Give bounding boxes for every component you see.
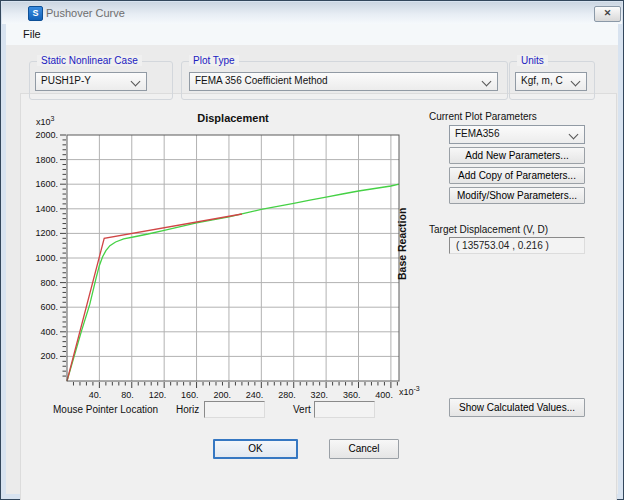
svg-text:200.: 200.: [213, 390, 231, 400]
ok-button[interactable]: OK: [213, 439, 298, 459]
svg-text:1200.: 1200.: [35, 228, 58, 238]
units-label: Units: [517, 55, 548, 66]
static-nonlinear-case-label: Static Nonlinear Case: [37, 55, 142, 66]
static-nonlinear-case-select[interactable]: PUSH1P-Y: [35, 72, 147, 91]
svg-text:400.: 400.: [375, 390, 393, 400]
horiz-label: Horiz: [176, 404, 199, 415]
target-displacement-value-field: ( 135753.04 , 0.216 ): [449, 237, 585, 254]
vert-label: Vert: [293, 404, 311, 415]
current-plot-parameters-select[interactable]: FEMA356: [449, 125, 585, 144]
cancel-button[interactable]: Cancel: [329, 439, 399, 459]
svg-text:2000.: 2000.: [35, 130, 58, 140]
target-displacement-label: Target Displacement (V, D): [429, 224, 548, 235]
svg-text:240.: 240.: [246, 390, 264, 400]
svg-text:120.: 120.: [149, 390, 167, 400]
svg-text:600.: 600.: [40, 302, 58, 312]
static-nonlinear-case-value: PUSH1P-Y: [41, 75, 91, 86]
vert-readout-field: [314, 401, 375, 418]
horiz-readout-field: [204, 401, 265, 418]
pushover-chart-plot[interactable]: 40.80.120.160.200.240.280.320.360.400.20…: [31, 111, 431, 403]
pushover-curve-dialog: S Pushover Curve ✕ File Static Nonlinear…: [0, 0, 624, 500]
current-plot-parameters-label: Current Plot Parameters: [429, 111, 537, 122]
plot-type-label: Plot Type: [189, 55, 239, 66]
svg-text:400.: 400.: [40, 327, 58, 337]
svg-text:1400.: 1400.: [35, 204, 58, 214]
x-axis-multiplier: x10-3: [399, 385, 420, 397]
chevron-down-icon: [571, 77, 581, 87]
current-plot-parameters-value: FEMA356: [455, 128, 499, 139]
svg-text:40.: 40.: [89, 390, 102, 400]
chevron-down-icon: [569, 130, 579, 140]
units-value: Kgf, m, C: [521, 75, 563, 86]
svg-text:1800.: 1800.: [35, 155, 58, 165]
plot-type-value: FEMA 356 Coefficient Method: [195, 75, 328, 86]
svg-text:800.: 800.: [40, 278, 58, 288]
show-calculated-values-button[interactable]: Show Calculated Values...: [449, 398, 585, 417]
chevron-down-icon: [482, 77, 492, 87]
add-copy-of-parameters-button[interactable]: Add Copy of Parameters...: [449, 167, 585, 184]
svg-text:200.: 200.: [40, 351, 58, 361]
svg-text:320.: 320.: [311, 390, 329, 400]
svg-text:280.: 280.: [278, 390, 296, 400]
plot-type-select[interactable]: FEMA 356 Coefficient Method: [189, 72, 498, 91]
svg-text:360.: 360.: [343, 390, 361, 400]
modify-show-parameters-button[interactable]: Modify/Show Parameters...: [449, 187, 585, 204]
svg-text:80.: 80.: [121, 390, 134, 400]
units-select[interactable]: Kgf, m, C: [515, 72, 587, 91]
svg-text:1600.: 1600.: [35, 179, 58, 189]
y-axis-title: Base Reaction: [396, 179, 410, 309]
svg-text:1000.: 1000.: [35, 253, 58, 263]
add-new-parameters-button[interactable]: Add New Parameters...: [449, 147, 585, 164]
svg-text:160.: 160.: [181, 390, 199, 400]
chevron-down-icon: [131, 77, 141, 87]
mouse-pointer-location-label: Mouse Pointer Location: [53, 404, 158, 415]
